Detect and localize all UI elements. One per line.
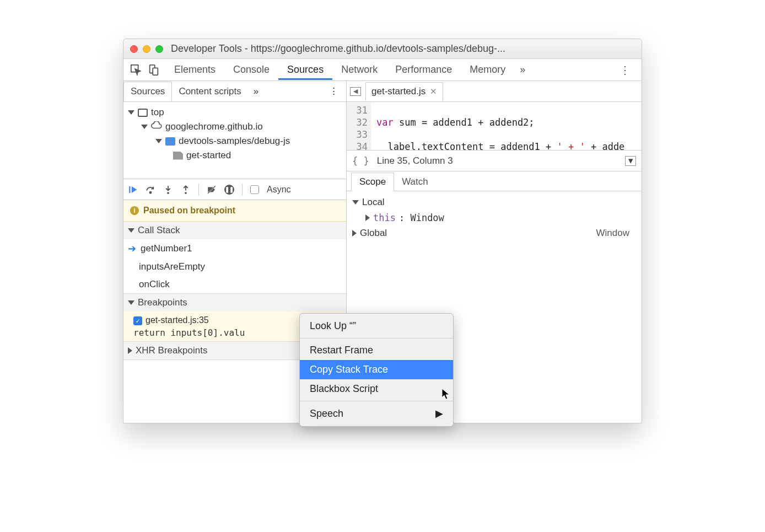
- file-tab[interactable]: get-started.js ✕: [365, 82, 443, 101]
- divider: [242, 184, 243, 196]
- file-tree: top googlechrome.github.io devtools-samp…: [123, 102, 346, 179]
- info-icon: i: [130, 206, 139, 215]
- divider: [198, 184, 199, 196]
- pretty-print-icon[interactable]: { }: [352, 155, 369, 166]
- editor-dropdown-icon[interactable]: ▾: [625, 156, 636, 166]
- close-window-button[interactable]: [130, 45, 138, 53]
- subtab-content-scripts[interactable]: Content scripts: [172, 82, 247, 101]
- submenu-arrow-icon: ▶: [435, 407, 443, 420]
- debugger-toolbar: ❚❚ Async: [123, 179, 346, 200]
- tab-watch[interactable]: Watch: [394, 173, 436, 191]
- tab-scope[interactable]: Scope: [351, 173, 394, 191]
- editor-status-bar: { } Line 35, Column 3 ▾: [347, 151, 642, 171]
- stack-frame[interactable]: onClick: [123, 276, 346, 293]
- expand-icon: [128, 110, 134, 115]
- menu-blackbox-script[interactable]: Blackbox Script: [300, 379, 453, 399]
- async-checkbox[interactable]: [250, 185, 259, 194]
- zoom-window-button[interactable]: [155, 45, 163, 53]
- breakpoint-checkbox[interactable]: ✓: [133, 316, 142, 325]
- window-title: Developer Tools - https://googlechrome.g…: [171, 43, 505, 55]
- step-over-icon[interactable]: [146, 185, 155, 195]
- menu-separator: [300, 401, 453, 401]
- code-lines: var sum = addend1 + addend2; label.textC…: [371, 102, 624, 150]
- expand-icon: [141, 125, 148, 129]
- scope-this[interactable]: this: Window: [347, 210, 642, 225]
- tree-file[interactable]: get-started: [123, 148, 346, 163]
- tree-folder[interactable]: devtools-samples/debug-js: [123, 134, 346, 148]
- context-menu: Look Up “” Restart Frame Copy Stack Trac…: [299, 313, 454, 427]
- svg-point-5: [167, 192, 169, 194]
- cursor-position: Line 35, Column 3: [377, 155, 453, 166]
- svg-rect-2: [153, 68, 158, 75]
- line-gutter: 31 32 33 34: [347, 102, 371, 150]
- cloud-icon: [151, 121, 162, 132]
- tree-domain[interactable]: googlechrome.github.io: [123, 120, 346, 134]
- current-frame-arrow-icon: ➔: [128, 243, 136, 255]
- device-toggle-icon[interactable]: [148, 64, 160, 76]
- expand-icon: [128, 228, 134, 233]
- more-subtabs-chevron-icon[interactable]: »: [248, 86, 264, 97]
- svg-point-6: [185, 192, 187, 194]
- sources-kebab-icon[interactable]: ⋮: [321, 85, 346, 97]
- stack-frame[interactable]: ➔getNumber1: [123, 239, 346, 258]
- more-tabs-chevron-icon[interactable]: »: [514, 64, 531, 76]
- tab-elements[interactable]: Elements: [165, 60, 224, 80]
- frame-icon: [138, 109, 148, 117]
- minimize-window-button[interactable]: [143, 45, 150, 53]
- scope-global[interactable]: GlobalWindow: [347, 225, 642, 241]
- subtab-sources[interactable]: Sources: [123, 82, 172, 101]
- main-tab-bar: Elements Console Sources Network Perform…: [123, 59, 642, 81]
- tab-memory[interactable]: Memory: [461, 60, 514, 80]
- tab-sources[interactable]: Sources: [278, 60, 332, 80]
- deactivate-breakpoints-icon[interactable]: [207, 185, 217, 195]
- paused-status: i Paused on breakpoint: [123, 200, 346, 222]
- file-tab-bar: ◀ get-started.js ✕: [347, 81, 642, 102]
- scope-local[interactable]: Local: [347, 195, 642, 210]
- breakpoints-header[interactable]: Breakpoints: [123, 294, 346, 311]
- window-titlebar: Developer Tools - https://googlechrome.g…: [123, 39, 642, 59]
- menu-separator: [300, 338, 453, 338]
- collapse-icon: [352, 230, 357, 237]
- menu-speech[interactable]: Speech▶: [300, 404, 453, 423]
- file-icon: [173, 152, 183, 160]
- call-stack-section: Call Stack ➔getNumber1 inputsAreEmpty on…: [123, 222, 346, 294]
- tree-top[interactable]: top: [123, 105, 346, 120]
- code-editor[interactable]: 31 32 33 34 var sum = addend1 + addend2;…: [347, 102, 642, 151]
- svg-rect-3: [129, 186, 130, 193]
- step-out-icon[interactable]: [181, 185, 191, 195]
- expand-icon: [155, 139, 162, 143]
- call-stack-header[interactable]: Call Stack: [123, 222, 346, 239]
- expand-icon: [352, 200, 359, 205]
- settings-kebab-icon[interactable]: ⋮: [615, 63, 635, 77]
- close-tab-icon[interactable]: ✕: [430, 87, 437, 96]
- sources-subtabs: Sources Content scripts » ⋮: [123, 81, 346, 102]
- pause-exceptions-icon[interactable]: ❚❚: [224, 185, 234, 195]
- tab-console[interactable]: Console: [224, 60, 278, 80]
- resume-icon[interactable]: [128, 185, 138, 195]
- menu-restart-frame[interactable]: Restart Frame: [300, 341, 453, 360]
- expand-icon: [128, 300, 134, 305]
- stack-frame[interactable]: inputsAreEmpty: [123, 258, 346, 276]
- traffic-lights: [130, 45, 163, 53]
- async-label: Async: [267, 185, 291, 195]
- inspect-icon[interactable]: [130, 64, 142, 76]
- step-into-icon[interactable]: [163, 185, 173, 195]
- svg-point-4: [150, 191, 152, 193]
- cursor-icon: [441, 388, 451, 404]
- tab-network[interactable]: Network: [332, 60, 386, 80]
- collapse-icon: [128, 347, 132, 354]
- menu-copy-stack-trace[interactable]: Copy Stack Trace: [300, 360, 453, 379]
- scope-panel: Local this: Window GlobalWindow: [347, 191, 642, 244]
- menu-lookup[interactable]: Look Up “”: [300, 316, 453, 336]
- tab-performance[interactable]: Performance: [386, 60, 461, 80]
- show-navigator-icon[interactable]: ◀: [350, 87, 361, 96]
- folder-icon: [165, 137, 175, 146]
- scope-tab-bar: Scope Watch: [347, 171, 642, 191]
- collapse-icon: [365, 214, 370, 221]
